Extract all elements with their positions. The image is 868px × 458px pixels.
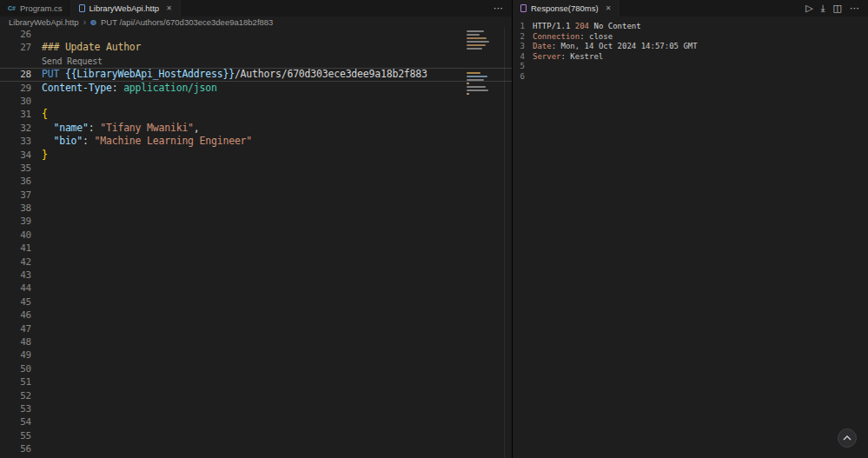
minimap[interactable] (467, 30, 491, 96)
code-line[interactable]: 37 (0, 189, 512, 202)
scroll-to-top-button[interactable] (838, 428, 857, 448)
breadcrumb-symbol[interactable]: PUT /api/Authors/670d303ece3dee9a18b2f88… (101, 17, 273, 27)
code-line[interactable]: 35 (0, 162, 512, 175)
line-number (0, 55, 31, 68)
response-editor[interactable]: 1HTTP/1.1 204 No Content2Connection: clo… (513, 17, 868, 458)
code-line[interactable]: 49 (0, 348, 512, 362)
code-line[interactable]: 44 (0, 282, 512, 295)
line-number: 53 (0, 402, 31, 415)
editor-group-request: C# Program.cs LibraryWebApi.http ✕ ⋯ Lib… (0, 0, 512, 458)
code-line[interactable]: 3Date: Mon, 14 Oct 2024 14:57:05 GMT (513, 42, 868, 52)
code-line[interactable]: 47 (0, 322, 512, 335)
request-editor[interactable]: 2627### Update AuthorSend Request28PUT {… (0, 28, 512, 458)
http-file-icon (79, 4, 85, 12)
code-line[interactable]: 43 (0, 269, 512, 282)
line-number: 30 (0, 95, 31, 108)
minimap-line (467, 93, 469, 95)
code-line[interactable]: 36 (0, 175, 512, 188)
line-number: 48 (0, 335, 31, 348)
code-line[interactable]: 54 (0, 415, 512, 428)
line-number: 49 (0, 348, 31, 362)
chevron-right-icon: › (83, 17, 86, 27)
minimap-line (467, 34, 480, 36)
code-line[interactable]: 38 (0, 202, 512, 215)
code-line[interactable]: 27### Update Author (0, 41, 512, 54)
code-line[interactable]: 42 (0, 256, 512, 269)
csharp-file-icon: C# (8, 5, 16, 11)
chevron-up-icon (843, 435, 851, 441)
code-line[interactable]: 6 (513, 72, 868, 83)
code-line[interactable]: 55 (0, 429, 512, 442)
minimap-line (467, 76, 487, 77)
send-request-link[interactable]: Send Request (42, 56, 103, 66)
minimap-line (467, 30, 484, 32)
code-line[interactable]: 46 (0, 309, 512, 322)
minimap-line (467, 41, 489, 43)
line-number: 26 (0, 28, 31, 41)
code-line[interactable]: 28PUT {{LibraryWebApi_HostAddress}}/Auth… (0, 68, 512, 81)
minimap-line (467, 86, 486, 88)
line-number: 52 (0, 389, 31, 402)
close-icon[interactable]: ✕ (166, 4, 172, 12)
line-number: 41 (0, 242, 31, 255)
code-line[interactable]: 5 (513, 62, 868, 72)
code-line[interactable]: 56 (0, 442, 512, 455)
code-line[interactable]: 1HTTP/1.1 204 No Content (513, 22, 868, 32)
line-number: 39 (0, 215, 31, 228)
code-line[interactable]: 29Content-Type: application/json (0, 82, 512, 95)
code-line[interactable]: 2Connection: close (513, 32, 868, 43)
code-line[interactable]: 51 (0, 375, 512, 388)
line-number: 37 (0, 189, 31, 202)
breadcrumb-file[interactable]: LibraryWebApi.http (9, 17, 79, 27)
more-actions-icon[interactable]: ⋯ (850, 3, 859, 13)
code-line[interactable]: 50 (0, 362, 512, 375)
tab-program-cs[interactable]: C# Program.cs (0, 0, 71, 17)
minimap-line (467, 83, 469, 84)
line-number: 43 (0, 269, 31, 282)
code-line[interactable]: 31{ (0, 108, 512, 121)
code-line[interactable]: 34} (0, 149, 512, 162)
line-number: 35 (0, 162, 31, 175)
tab-librarywebapi-http[interactable]: LibraryWebApi.http ✕ (71, 0, 181, 17)
rerun-request-icon[interactable]: ▷ (805, 3, 812, 13)
response-toolbar: ▷ ⤓ ◫ ⋯ (797, 0, 868, 17)
code-line[interactable]: 40 (0, 229, 512, 242)
split-editor-icon[interactable]: ◫ (833, 3, 842, 13)
code-line[interactable]: 45 (0, 295, 512, 309)
code-line[interactable]: 4Server: Kestrel (513, 52, 868, 63)
line-number: 56 (0, 442, 31, 455)
line-number: 29 (0, 82, 31, 95)
line-number: 47 (0, 322, 31, 335)
overview-ruler (504, 28, 505, 458)
code-line[interactable]: 53 (0, 402, 512, 415)
request-code-lines: 2627### Update AuthorSend Request28PUT {… (0, 28, 512, 458)
tab-response[interactable]: Response(780ms) ✕ (513, 0, 620, 17)
code-line[interactable]: 32 "name": "Tifany Mwaniki", (0, 122, 512, 135)
line-number: 32 (0, 122, 31, 135)
minimap-line (467, 72, 480, 74)
code-line[interactable]: 52 (0, 389, 512, 402)
tab-label: LibraryWebApi.http (89, 3, 160, 13)
save-response-icon[interactable]: ⤓ (821, 3, 825, 13)
close-icon[interactable]: ✕ (606, 4, 612, 12)
line-number: 27 (0, 41, 31, 54)
line-number: 40 (0, 229, 31, 242)
code-line[interactable]: 39 (0, 215, 512, 228)
line-number: 33 (0, 135, 31, 148)
line-number: 46 (0, 309, 31, 322)
vscode-window: C# Program.cs LibraryWebApi.http ✕ ⋯ Lib… (0, 0, 868, 458)
more-actions-icon[interactable]: ⋯ (494, 3, 503, 13)
codelens-row[interactable]: Send Request (0, 55, 512, 68)
tab-label: Response(780ms) (531, 3, 599, 13)
code-line[interactable]: 33 "bio": "Machine Learning Engineer" (0, 135, 512, 148)
code-line[interactable]: 30 (0, 95, 512, 108)
minimap-line (467, 79, 484, 81)
code-line[interactable]: 48 (0, 335, 512, 348)
line-number: 4 (513, 52, 525, 63)
code-line[interactable]: 26 (0, 28, 512, 41)
line-number: 45 (0, 295, 31, 309)
request-symbol-icon: ◍ (90, 18, 96, 26)
code-line[interactable]: 41 (0, 242, 512, 255)
minimap-line (467, 37, 487, 39)
line-number: 51 (0, 375, 31, 388)
